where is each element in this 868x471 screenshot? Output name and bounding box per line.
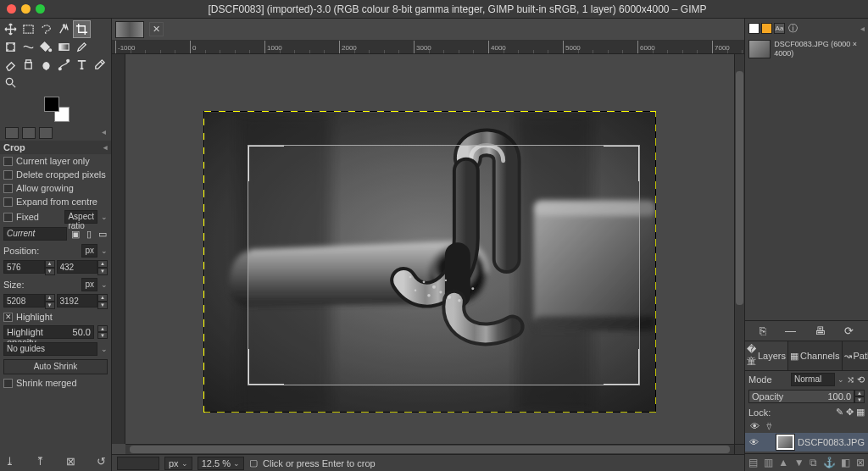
chevron-down-icon[interactable]: ⌄	[101, 213, 108, 221]
lower-layer-icon[interactable]: ▼	[794, 457, 804, 468]
highlight-opacity-slider[interactable]: Highlight opacity 50.0	[3, 325, 94, 339]
clone-tool[interactable]	[19, 56, 37, 74]
position-x-input[interactable]	[3, 260, 45, 274]
merge-down-icon[interactable]: ⚓	[823, 457, 836, 468]
layer-row[interactable]: 👁 DSCF0083.JPG	[745, 433, 868, 452]
raise-layer-icon[interactable]: ▲	[778, 457, 788, 468]
landscape-icon[interactable]: ▭	[97, 229, 108, 240]
opacity-slider[interactable]: Opacity100.0	[748, 390, 854, 403]
current-layer-only-checkbox[interactable]	[3, 157, 13, 166]
brush-indicator[interactable]	[5, 127, 19, 139]
save-tool-preset-icon[interactable]: ⤓	[5, 455, 14, 468]
highlight-opacity-stepper[interactable]: ▲▼	[97, 325, 108, 339]
layer-group-icon[interactable]: ▥	[764, 457, 773, 468]
smudge-tool[interactable]	[37, 56, 55, 74]
delete-cropped-checkbox[interactable]	[3, 170, 13, 180]
new-view-icon[interactable]: —	[785, 324, 796, 337]
layer-visibility-toggle[interactable]: 👁	[748, 437, 759, 447]
warp-tool[interactable]	[19, 38, 37, 56]
new-layer-icon[interactable]: ▤	[748, 457, 758, 468]
window-minimize-button[interactable]	[21, 4, 31, 14]
position-x-stepper[interactable]: ▲▼	[45, 260, 55, 275]
lock-alpha-icon[interactable]: ▦	[856, 407, 865, 418]
guides-select[interactable]: No guides	[3, 342, 97, 356]
reset-tool-options-icon[interactable]: ↺	[97, 455, 106, 468]
duplicate-layer-icon[interactable]: ⧉	[810, 457, 817, 468]
cancel-icon[interactable]: ▢	[249, 457, 258, 468]
foreground-color[interactable]	[44, 97, 59, 112]
tool-options-menu-icon[interactable]: ◂	[103, 143, 108, 152]
zoom-tool[interactable]	[2, 74, 19, 91]
link-header-icon[interactable]: ⍢	[766, 421, 772, 431]
path-tool[interactable]	[55, 56, 73, 74]
rect-select-tool[interactable]	[19, 20, 37, 38]
scrollbar-horizontal[interactable]	[125, 444, 734, 454]
tab-channels[interactable]: ▦Channels	[788, 341, 842, 370]
crop-handle-tl[interactable]	[248, 146, 284, 181]
images-list-item[interactable]: DSCF0083.JPG (6000 × 4000)	[745, 38, 868, 60]
ruler-horizontal[interactable]: -100001000200030004000500060007000	[112, 41, 744, 54]
fixed-checkbox[interactable]	[3, 213, 13, 222]
highlight-checkbox[interactable]	[3, 313, 13, 322]
position-y-input[interactable]	[57, 260, 98, 274]
size-w-stepper[interactable]: ▲▼	[45, 294, 55, 309]
move-tool[interactable]	[2, 20, 19, 38]
visibility-header-icon[interactable]: 👁	[750, 421, 760, 431]
restore-tool-preset-icon[interactable]: ⤒	[36, 455, 45, 468]
mode-reset-icon[interactable]: ⟲	[857, 374, 865, 385]
transform-tool[interactable]	[2, 38, 19, 56]
color-picker-tool[interactable]	[91, 56, 108, 74]
crop-handle-tr[interactable]	[604, 146, 639, 181]
layer-name[interactable]: DSCF0083.JPG	[798, 437, 865, 447]
position-y-stepper[interactable]: ▲▼	[97, 260, 108, 275]
size-unit-select[interactable]: px	[81, 278, 97, 291]
free-select-tool[interactable]	[37, 20, 55, 38]
allow-growing-checkbox[interactable]	[3, 184, 13, 193]
mode-select[interactable]: Normal	[791, 373, 835, 386]
eraser-tool[interactable]	[2, 56, 19, 74]
crop-handle-br[interactable]	[604, 349, 639, 385]
tab-layers[interactable]: �童Layers	[745, 341, 788, 370]
fixed-mode-select[interactable]: Aspect ratio	[64, 210, 97, 224]
portrait-icon[interactable]: ▯	[84, 229, 94, 240]
aspect-entry[interactable]: Current	[3, 227, 67, 241]
gradient-tool[interactable]	[55, 38, 73, 56]
size-h-stepper[interactable]: ▲▼	[97, 294, 108, 309]
fuzzy-select-tool[interactable]	[55, 20, 73, 38]
unit-select[interactable]: px ⌄	[164, 457, 192, 470]
lock-position-icon[interactable]: ✥	[846, 407, 854, 418]
mask-icon[interactable]: ◧	[841, 457, 850, 468]
mode-switch-icon[interactable]: ⤭	[847, 374, 854, 385]
tool-options-menu-icon[interactable]: ◂	[102, 127, 106, 139]
ruler-vertical[interactable]	[112, 54, 125, 444]
crop-rectangle[interactable]	[248, 145, 640, 385]
text-tool[interactable]	[73, 56, 91, 74]
scrollbar-vertical[interactable]	[734, 54, 744, 444]
dock-menu-icon[interactable]: ◂	[860, 24, 865, 33]
window-close-button[interactable]	[7, 4, 16, 14]
close-tab-icon[interactable]: ✕	[149, 22, 164, 36]
dock-tab-1[interactable]	[748, 23, 760, 34]
shrink-merged-checkbox[interactable]	[3, 379, 13, 388]
bucket-fill-tool[interactable]	[37, 38, 55, 56]
tab-paths[interactable]: ↝Paths	[843, 341, 868, 370]
delete-layer-icon[interactable]: ⊠	[856, 457, 865, 468]
zoom-select[interactable]: 12.5 % ⌄	[198, 457, 244, 470]
image-tab[interactable]	[115, 21, 144, 38]
size-w-input[interactable]	[3, 294, 45, 308]
opacity-stepper[interactable]: ▲▼	[854, 390, 865, 403]
lock-pixels-icon[interactable]: ✎	[836, 407, 843, 418]
help-icon[interactable]: ⓘ	[788, 22, 798, 35]
crop-tool[interactable]	[73, 20, 91, 38]
image-viewport[interactable]	[125, 54, 734, 444]
pencil-tool[interactable]	[73, 38, 91, 56]
expand-centre-checkbox[interactable]	[3, 197, 13, 207]
gradient-indicator[interactable]	[39, 127, 53, 139]
refresh-icon[interactable]: ⟳	[844, 324, 854, 337]
clear-icon[interactable]: ▣	[70, 229, 81, 240]
color-swatches[interactable]	[44, 97, 70, 122]
raise-image-icon[interactable]: ⎘	[760, 324, 766, 337]
size-h-input[interactable]	[57, 294, 98, 308]
crop-handle-bl[interactable]	[248, 349, 284, 385]
position-unit-select[interactable]: px	[81, 244, 97, 258]
